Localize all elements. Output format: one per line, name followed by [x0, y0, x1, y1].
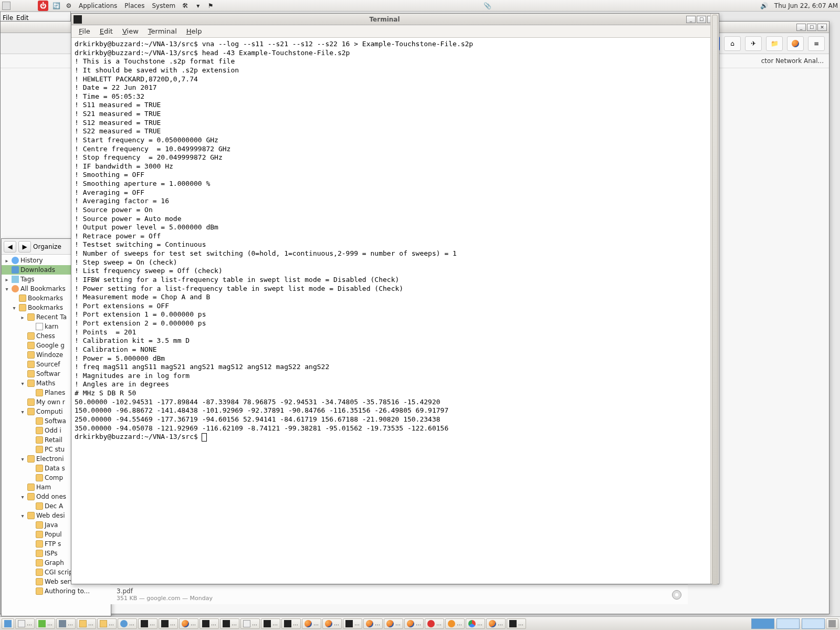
taskbar-item[interactable]: … [343, 618, 362, 629]
trash-icon[interactable] [826, 618, 838, 629]
download-filename: 3.pdf [117, 587, 213, 595]
download-meta: 351 KB — google.com — Monday [117, 595, 213, 602]
gnome-bottom-panel: … … … … … … … … … … … … … … … … … … … … … [0, 616, 840, 630]
browser-close-button[interactable]: ✕ [817, 24, 827, 31]
terminal-title: Terminal [84, 16, 685, 23]
terminal-terminal-menu[interactable]: Terminal [144, 26, 181, 36]
shutdown-icon[interactable]: ⏻ [38, 1, 48, 11]
terminal-help-menu[interactable]: Help [182, 26, 206, 36]
taskbar-item[interactable]: … [56, 618, 76, 629]
taskbar-item[interactable]: … [261, 618, 280, 629]
terminal-menubar: File Edit View Terminal Help [71, 25, 719, 38]
mini-file-menu[interactable]: File [3, 14, 13, 22]
taskbar-item[interactable]: … [200, 618, 219, 629]
window-list-applet[interactable] [2, 2, 10, 10]
taskbar-item[interactable]: … [384, 618, 403, 629]
gnome-top-panel: ⏻ 🔄 ⚙ Applications Places System 🛠 ▾ ⚑ 📎… [0, 0, 840, 12]
browser-menu-icon[interactable]: ≡ [808, 36, 825, 51]
taskbar-item[interactable]: … [220, 618, 239, 629]
apps-icon[interactable]: ⚙ [64, 1, 74, 10]
taskbar-item[interactable]: … [118, 618, 137, 629]
taskbar-item[interactable]: … [425, 618, 444, 629]
taskbar-item[interactable]: … [302, 618, 321, 629]
workspace-2[interactable] [776, 618, 800, 629]
tray-mid-icon[interactable]: 📎 [483, 1, 492, 10]
taskbar-item[interactable]: … [138, 618, 158, 629]
terminal-min-button[interactable]: _ [686, 16, 696, 23]
tray-icon-2[interactable]: ▾ [193, 1, 203, 10]
forward-button[interactable]: ▶ [18, 241, 31, 253]
taskbar-item[interactable]: … [97, 618, 117, 629]
update-icon[interactable]: 🔄 [51, 1, 61, 10]
terminal-edit-menu[interactable]: Edit [96, 26, 117, 36]
taskbar-item[interactable]: … [159, 618, 178, 629]
system-menu[interactable]: System [150, 2, 177, 9]
terminal-cursor [202, 434, 206, 441]
taskbar-item[interactable]: … [281, 618, 301, 629]
terminal-output[interactable]: drkirkby@buzzard:~/VNA-13/src$ vna --log… [71, 38, 719, 584]
terminal-scrollbar[interactable] [710, 14, 719, 584]
mini-edit-menu[interactable]: Edit [16, 14, 28, 22]
bookmark-folder-icon[interactable]: 📁 [766, 36, 783, 51]
taskbar-item[interactable]: … [36, 618, 55, 629]
taskbar-item[interactable]: … [322, 618, 342, 629]
terminal-file-menu[interactable]: File [75, 26, 94, 36]
taskbar-item[interactable]: … [486, 618, 506, 629]
volume-icon[interactable]: 🔊 [760, 1, 769, 10]
organize-menu[interactable]: Organize [33, 243, 61, 250]
taskbar-item[interactable]: … [404, 618, 424, 629]
send-icon[interactable]: ✈ [745, 36, 762, 51]
taskbar-item[interactable]: … [77, 618, 96, 629]
home-icon[interactable]: ⌂ [724, 36, 741, 51]
browser-min-button[interactable]: _ [796, 24, 806, 31]
browser-tab-label[interactable]: ctor Network Anal... [761, 57, 824, 65]
terminal-titlebar[interactable]: Terminal _ ☐ ✕ [71, 14, 719, 25]
taskbar-item[interactable]: … [466, 618, 485, 629]
terminal-max-button[interactable]: ☐ [697, 16, 706, 23]
show-desktop-button[interactable] [2, 618, 14, 629]
cd-icon [672, 590, 681, 600]
back-button[interactable]: ◀ [4, 241, 16, 253]
terminal-view-menu[interactable]: View [118, 26, 143, 36]
places-menu[interactable]: Places [122, 2, 146, 9]
tray-icon-1[interactable]: 🛠 [181, 1, 190, 10]
browser-max-button[interactable]: ☐ [807, 24, 816, 31]
tray-icon-3[interactable]: ⚑ [206, 1, 215, 10]
taskbar-item[interactable]: … [507, 618, 526, 629]
applications-menu[interactable]: Applications [77, 2, 119, 9]
taskbar-item[interactable]: … [445, 618, 465, 629]
terminal-title-icon [74, 15, 82, 24]
terminal-window: Terminal _ ☐ ✕ File Edit View Terminal H… [71, 13, 719, 584]
workspace-3[interactable] [802, 618, 825, 629]
taskbar-item[interactable]: … [363, 618, 383, 629]
workspace-1[interactable] [751, 618, 774, 629]
tree-item[interactable]: Authoring to... [2, 586, 111, 596]
taskbar-item[interactable]: … [179, 618, 198, 629]
download-row[interactable]: 3.pdf 351 KB — google.com — Monday [110, 584, 688, 604]
taskbar-item[interactable]: … [240, 618, 260, 629]
taskbar-item[interactable]: … [15, 618, 35, 629]
clock[interactable]: Thu Jun 22, 6:07 AM [774, 2, 838, 9]
firefox-icon[interactable] [787, 36, 804, 51]
